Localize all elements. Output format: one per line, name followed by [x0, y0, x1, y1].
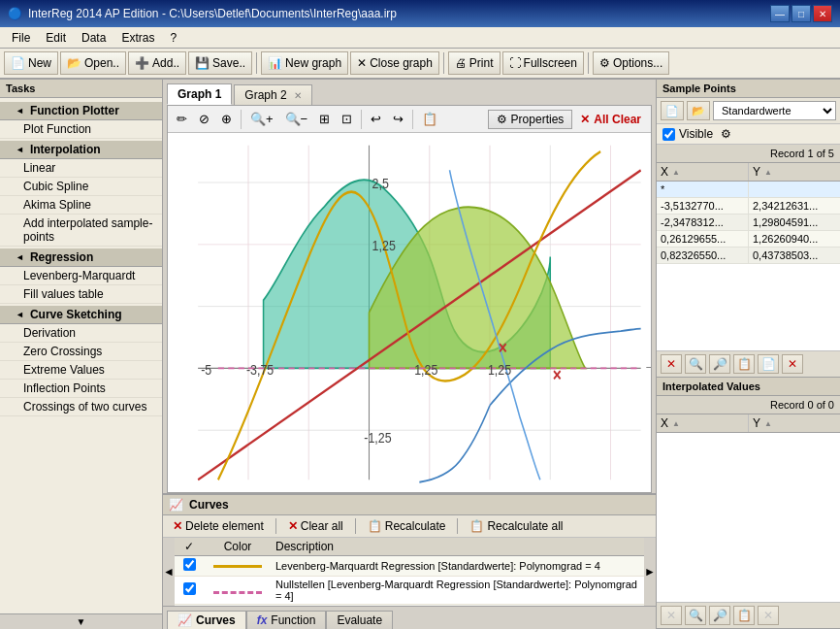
sp-visible-checkbox[interactable] — [662, 128, 675, 141]
curves-scroll-right[interactable]: ► — [644, 538, 656, 606]
svg-text:1,25: 1,25 — [414, 361, 437, 379]
graph-crosshair-tool[interactable]: ⊕ — [216, 109, 237, 130]
sp-search-btn-1[interactable]: 🔍 — [685, 354, 706, 374]
graph-eraser-tool[interactable]: ⊘ — [194, 109, 214, 130]
interp-close-btn[interactable]: ✕ — [758, 606, 779, 625]
save-button[interactable]: 💾 Save.. — [188, 51, 252, 75]
maximize-button[interactable]: □ — [792, 5, 811, 22]
fullscreen-button[interactable]: ⛶ Fullscreen — [502, 51, 584, 75]
sp-col-y-sort[interactable]: ▲ — [764, 168, 772, 177]
sidebar-item-plot-function[interactable]: Plot Function — [0, 120, 162, 139]
delete-icon: ✕ — [173, 519, 182, 533]
sidebar-section-interpolation[interactable]: Interpolation — [0, 141, 162, 159]
graph-pencil-tool[interactable]: ✏ — [172, 109, 192, 130]
new-button[interactable]: 📄 New — [4, 51, 58, 75]
graph-tab-1[interactable]: Graph 1 — [167, 83, 232, 105]
minimize-button[interactable]: — — [770, 5, 790, 22]
curves-header-icon: 📈 — [169, 498, 183, 512]
sidebar-item-inflection-points[interactable]: Inflection Points — [0, 380, 162, 398]
graph-zoom-box[interactable]: ⊡ — [337, 109, 357, 130]
svg-text:→: → — [644, 358, 651, 376]
sidebar-item-zero-crossings[interactable]: Zero Crossings — [0, 343, 162, 361]
interp-col-y-sort[interactable]: ▲ — [764, 419, 772, 428]
curves-scroll-left[interactable]: ◄ — [163, 538, 175, 606]
sp-settings-icon[interactable]: ⚙ — [721, 127, 731, 141]
add-button[interactable]: ➕ Add.. — [128, 51, 186, 75]
interp-col-y-header: Y ▲ — [749, 414, 840, 432]
sp-dataset-dropdown[interactable]: Standardwerte — [713, 101, 836, 120]
menu-extras[interactable]: Extras — [113, 27, 162, 48]
close-button[interactable]: ✕ — [813, 5, 832, 22]
sample-points-visible: Visible ⚙ — [657, 124, 840, 145]
menu-help[interactable]: ? — [162, 27, 184, 48]
new-graph-button[interactable]: 📊 New graph — [261, 51, 348, 75]
sp-delete-btn[interactable]: ✕ — [661, 354, 682, 374]
sp-copy-btn-1[interactable]: 📋 — [733, 354, 755, 374]
sp-col-x-sort[interactable]: ▲ — [672, 168, 680, 177]
clear-all-button[interactable]: ✕ Clear all — [284, 518, 347, 534]
graph-redo[interactable]: ↪ — [388, 109, 408, 130]
sidebar-section-regression[interactable]: Regression — [0, 248, 162, 267]
bottom-tab-function[interactable]: fx Function — [246, 611, 327, 629]
interp-col-x-sort[interactable]: ▲ — [672, 419, 680, 428]
sp-copy-btn-2[interactable]: 📄 — [758, 354, 779, 374]
sidebar-item-linear[interactable]: Linear — [0, 159, 162, 178]
sidebar-item-cubic-spline[interactable]: Cubic Spline — [0, 178, 162, 196]
interp-search-btn-1[interactable]: 🔍 — [685, 606, 706, 625]
menu-edit[interactable]: Edit — [38, 27, 74, 48]
new-graph-icon: 📊 — [268, 56, 282, 70]
graph-undo[interactable]: ↩ — [366, 109, 386, 130]
graph-zoom-out[interactable]: 🔍− — [280, 109, 313, 130]
sidebar-item-fill-values[interactable]: Fill values table — [0, 285, 162, 304]
sidebar-item-levenberg[interactable]: Levenberg-Marquardt — [0, 267, 162, 285]
print-button[interactable]: 🖨 Print — [448, 51, 501, 75]
graph-fit[interactable]: ⊞ — [314, 109, 335, 130]
interp-delete-btn[interactable]: ✕ — [661, 606, 682, 625]
clear-all-icon: ✕ — [288, 519, 298, 533]
sidebar-scroll-down[interactable]: ▼ — [0, 613, 162, 629]
curve-checkbox-0[interactable] — [183, 558, 196, 571]
regression-label: Regression — [30, 250, 93, 264]
sidebar-item-add-interpolated[interactable]: Add interpolated sample-points — [0, 215, 162, 247]
graph-tab-2[interactable]: Graph 2 ✕ — [234, 84, 312, 105]
sp-cell-y-2: 1,29804591... — [749, 215, 840, 230]
properties-button[interactable]: ⚙ Properties — [488, 110, 573, 129]
sidebar-item-akima-spline[interactable]: Akima Spline — [0, 196, 162, 215]
graph-svg[interactable]: ✕ ✕ -5 -3,75 1,25 1,25 2,5 1,25 -1,25 → — [168, 133, 651, 492]
all-clear-button[interactable]: ✕ All Clear — [574, 111, 647, 128]
svg-text:2,5: 2,5 — [372, 175, 390, 192]
sp-cell-x-1: -3,5132770... — [657, 198, 749, 214]
interp-search-btn-2[interactable]: 🔎 — [709, 606, 730, 625]
recalculate-button[interactable]: 📋 Recalculate — [364, 518, 450, 534]
sidebar-section-curve-sketching[interactable]: Curve Sketching — [0, 306, 162, 324]
menu-data[interactable]: Data — [74, 27, 113, 48]
title-bar-controls[interactable]: — □ ✕ — [770, 5, 832, 22]
graph-zoom-in[interactable]: 🔍+ — [245, 109, 278, 130]
tab-close-icon[interactable]: ✕ — [294, 90, 302, 101]
open-button[interactable]: 📂 Open.. — [60, 51, 126, 75]
sp-search-btn-2[interactable]: 🔎 — [709, 354, 730, 374]
delete-element-button[interactable]: ✕ Delete element — [169, 518, 268, 534]
curve-checkbox-1[interactable] — [183, 582, 196, 595]
graph-table[interactable]: 📋 — [417, 109, 442, 130]
bottom-tab-evaluate[interactable]: Evaluate — [326, 611, 393, 629]
sidebar-item-derivation[interactable]: Derivation — [0, 324, 162, 343]
sp-close-btn[interactable]: ✕ — [782, 354, 803, 374]
sidebar-item-crossings[interactable]: Crossings of two curves — [0, 398, 162, 416]
recalculate-all-button[interactable]: 📋 Recalculate all — [466, 518, 566, 534]
svg-text:-5: -5 — [201, 361, 211, 379]
sidebar-section-function-plotter[interactable]: Function Plotter — [0, 102, 162, 120]
menu-file[interactable]: File — [4, 27, 38, 48]
curves-panel-header: 📈 Curves — [163, 495, 656, 515]
options-button[interactable]: ⚙ Options... — [593, 51, 669, 75]
curves-row-1: Nullstellen [Levenberg-Marquardt Regress… — [175, 577, 644, 605]
interp-copy-btn-1[interactable]: 📋 — [733, 606, 755, 625]
sidebar-item-extreme-values[interactable]: Extreme Values — [0, 361, 162, 380]
bottom-tab-curves[interactable]: 📈 Curves — [167, 611, 246, 629]
sp-new-button[interactable]: 📄 — [661, 101, 684, 120]
curves-col-desc-header: Description — [272, 540, 644, 553]
sp-folder-button[interactable]: 📂 — [687, 101, 710, 120]
main-layout: Tasks Function Plotter Plot Function Int… — [0, 80, 840, 629]
close-graph-icon: ✕ — [357, 56, 367, 70]
close-graph-button[interactable]: ✕ Close graph — [350, 51, 439, 75]
